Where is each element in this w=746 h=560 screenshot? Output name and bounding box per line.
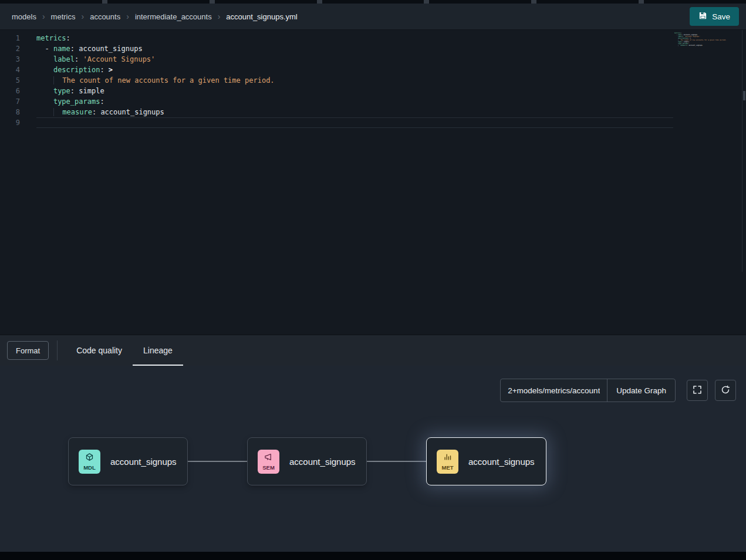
line-number: 7 (0, 96, 20, 107)
node-badge-label: MDL (83, 464, 96, 471)
code-line[interactable]: 5 The count of new accounts for a given … (0, 75, 746, 86)
lineage-node-mdl[interactable]: MDLaccount_signups (68, 437, 188, 485)
minimap-line (674, 46, 712, 48)
line-text: type: simple (36, 86, 104, 96)
lineage-controls: Update Graph (500, 379, 736, 402)
save-button[interactable]: Save (690, 7, 739, 26)
line-text: description: > (36, 65, 113, 75)
panel-tab-lineage[interactable]: Lineage (133, 335, 183, 366)
bottom-bar (0, 552, 746, 560)
breadcrumb-separator: › (218, 12, 221, 21)
node-badge: MDL (79, 450, 100, 474)
line-text: measure: account_signups (674, 45, 703, 46)
line-text: type_params: (36, 96, 104, 107)
line-number: 8 (0, 107, 20, 117)
lineage-canvas[interactable]: Update Graph MDLaccount_signupsS (0, 366, 746, 552)
line-number: 9 (0, 117, 20, 128)
code-line[interactable]: 4 description: > (0, 65, 746, 75)
breadcrumb: models›metrics›accounts›intermediate_acc… (12, 12, 690, 21)
bar-chart-icon (443, 453, 452, 464)
ide-window: models›metrics›accounts›intermediate_acc… (0, 0, 746, 560)
line-number: 6 (0, 86, 20, 96)
line-number: 5 (0, 75, 20, 86)
breadcrumb-item[interactable]: accounts (90, 12, 120, 21)
line-number: 4 (0, 65, 20, 75)
lineage-node-met[interactable]: METaccount_signups (426, 437, 546, 485)
save-icon (698, 11, 707, 22)
node-badge-label: MET (441, 464, 453, 471)
megaphone-icon (264, 453, 273, 464)
code-lines: 1metrics:2 - name: account_signups3 labe… (0, 33, 746, 128)
line-text: - name: account_signups (36, 43, 143, 54)
breadcrumb-item[interactable]: models (12, 12, 36, 21)
line-text: measure: account_signups (36, 107, 164, 117)
lineage-node-sem[interactable]: SEMaccount_signups (247, 437, 367, 485)
breadcrumb-bar: models›metrics›accounts›intermediate_acc… (0, 4, 746, 30)
code-line[interactable]: 3 label: 'Account Signups' (0, 54, 746, 65)
code-editor[interactable]: 1metrics:2 - name: account_signups3 labe… (0, 30, 746, 335)
panel-tab-code-quality[interactable]: Code quality (66, 335, 133, 366)
panel-divider (57, 340, 58, 360)
fullscreen-button[interactable] (687, 380, 708, 401)
code-line[interactable]: 7 type_params: (0, 96, 746, 107)
node-label: account_signups (289, 457, 356, 467)
fullscreen-icon (693, 385, 702, 396)
minimap[interactable]: metrics: - name: account_signups label: … (674, 32, 712, 48)
breadcrumb-item[interactable]: metrics (51, 12, 76, 21)
current-line-highlight (36, 117, 673, 128)
breadcrumb-separator: › (126, 12, 129, 21)
line-text: label: 'Account Signups' (36, 54, 155, 65)
line-number: 1 (0, 33, 20, 43)
breadcrumb-separator: › (81, 12, 84, 21)
editor-scrollbar[interactable] (742, 30, 746, 272)
editor-scrollbar-handle[interactable] (743, 91, 745, 100)
node-badge: SEM (258, 450, 279, 474)
node-badge-label: SEM (262, 464, 275, 471)
line-text: The count of new accounts for a given ti… (36, 75, 275, 86)
code-line[interactable]: 8 measure: account_signups (0, 107, 746, 117)
code-line[interactable]: 9 (0, 117, 746, 128)
node-label: account_signups (110, 457, 177, 467)
bottom-panel-header: Format Code qualityLineage (0, 335, 746, 366)
save-button-label: Save (712, 12, 730, 21)
code-line[interactable]: 6 type: simple (0, 86, 746, 96)
breadcrumb-separator: › (42, 12, 45, 21)
format-button[interactable]: Format (7, 341, 49, 360)
node-badge: MET (437, 450, 458, 474)
line-number: 3 (0, 54, 20, 65)
code-line[interactable]: 1metrics: (0, 33, 746, 43)
line-number: 2 (0, 43, 20, 54)
breadcrumb-item[interactable]: account_signups.yml (226, 12, 297, 21)
lineage-selector-input[interactable] (501, 379, 607, 402)
breadcrumb-item[interactable]: intermediate_accounts (135, 12, 212, 21)
refresh-icon (721, 385, 730, 396)
refresh-button[interactable] (715, 380, 736, 401)
panel-tabs: Code qualityLineage (66, 335, 183, 366)
update-graph-button[interactable]: Update Graph (607, 379, 675, 402)
code-line[interactable]: 2 - name: account_signups (0, 43, 746, 54)
node-label: account_signups (468, 457, 535, 467)
cube-icon (85, 453, 94, 464)
line-text: metrics: (36, 33, 70, 43)
lineage-selector-group: Update Graph (500, 379, 676, 402)
